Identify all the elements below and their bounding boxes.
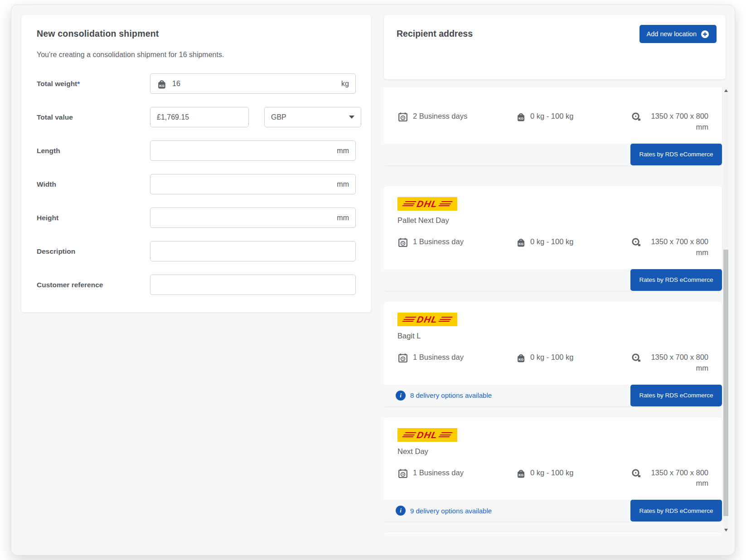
total-value-label: Total value	[37, 113, 150, 121]
dhl-stripes-left-icon	[402, 317, 417, 322]
svg-text:KG: KG	[159, 83, 165, 87]
weight-range: KG 0 kg - 100 kg	[516, 111, 626, 122]
weight-kg-icon: KG	[516, 352, 526, 363]
carrier-card-footer: Rates by RDS eCommerce	[384, 144, 722, 165]
delivery-options-link[interactable]: i 9 delivery options available	[396, 500, 492, 521]
width-label: Width	[37, 180, 150, 188]
calendar-clock-icon	[397, 352, 408, 363]
calendar-clock-icon	[397, 111, 408, 122]
svg-text:KG: KG	[518, 473, 523, 477]
height-label: Height	[37, 214, 150, 222]
add-new-location-button[interactable]: Add new location	[639, 25, 717, 43]
length-input[interactable]: mm	[150, 140, 356, 161]
rates-provider-button[interactable]: Rates by RDS eCommerce	[630, 500, 722, 521]
height-row: Height mm	[37, 208, 356, 228]
dhl-logo: DHL	[397, 313, 457, 326]
weight-range: KG 0 kg - 100 kg	[516, 468, 626, 478]
svg-text:KG: KG	[518, 242, 523, 246]
length-unit: mm	[337, 147, 349, 155]
scroll-up-arrow[interactable]	[723, 87, 728, 94]
dhl-logo: DHL	[397, 428, 457, 442]
dhl-stripes-right-icon	[438, 432, 453, 437]
page-title: New consolidation shipment	[37, 29, 356, 39]
carrier-specs: 2 Business days KG 0 kg - 100 kg 1350 x …	[397, 111, 708, 133]
form-subtitle: You're creating a consolidation shipment…	[37, 51, 356, 59]
total-value-input[interactable]: £1,769.15	[150, 107, 249, 127]
carrier-list: 2 Business days KG 0 kg - 100 kg 1350 x …	[384, 87, 728, 533]
list-scrollbar[interactable]	[723, 87, 728, 533]
max-dimensions: 1350 x 700 x 800 mm	[631, 237, 708, 258]
svg-text:KG: KG	[518, 116, 523, 121]
rates-provider-button[interactable]: Rates by RDS eCommerce	[630, 385, 722, 406]
required-asterisk: *	[77, 80, 80, 87]
delivery-time: 2 Business days	[397, 111, 516, 122]
height-unit: mm	[337, 214, 349, 222]
dhl-stripes-left-icon	[402, 432, 417, 437]
max-dimensions: 1350 x 700 x 800 mm	[631, 352, 708, 374]
measuring-tape-icon	[631, 468, 641, 478]
delivery-time: 1 Business day	[397, 237, 516, 248]
delivery-time: 1 Business day	[397, 468, 516, 479]
measuring-tape-icon	[631, 111, 641, 122]
weight-kg-icon: KG	[516, 111, 526, 122]
total-weight-input[interactable]: KG 16 kg	[150, 73, 356, 94]
length-row: Length mm	[37, 140, 356, 161]
carrier-card[interactable]: 2 Business days KG 0 kg - 100 kg 1350 x …	[384, 87, 722, 165]
description-label: Description	[37, 247, 150, 256]
chevron-down-icon	[349, 116, 354, 119]
rates-provider-button[interactable]: Rates by RDS eCommerce	[630, 144, 722, 165]
total-weight-label: Total weight*	[37, 80, 150, 88]
description-row: Description	[37, 241, 356, 261]
carrier-card-footer: Rates by RDS eCommerce	[384, 269, 722, 291]
svg-text:KG: KG	[518, 357, 523, 362]
carrier-service-name: Bagit L	[397, 332, 708, 340]
dhl-logo: DHL	[397, 197, 457, 211]
recipient-address-title: Recipient address	[397, 29, 473, 39]
weight-kg-icon: KG	[157, 78, 167, 89]
width-row: Width mm	[37, 174, 356, 194]
carrier-card[interactable]: DHL Pallet Next Day 1 Business day KG 0 …	[384, 186, 722, 291]
info-icon: i	[396, 506, 406, 516]
recipient-address-card: Recipient address Add new location	[384, 15, 726, 79]
width-unit: mm	[337, 180, 349, 188]
description-input[interactable]	[150, 241, 356, 261]
scroll-down-arrow[interactable]	[723, 527, 728, 533]
length-label: Length	[37, 147, 150, 155]
plus-circle-icon	[701, 30, 709, 39]
carrier-specs: 1 Business day KG 0 kg - 100 kg 1350 x 7…	[397, 352, 708, 374]
width-input[interactable]: mm	[150, 174, 356, 194]
customer-reference-label: Customer reference	[37, 281, 150, 289]
carrier-specs: 1 Business day KG 0 kg - 100 kg 1350 x 7…	[397, 237, 708, 258]
carrier-card[interactable]: DHL Bagit L 1 Business day KG 0 kg - 100…	[384, 302, 722, 406]
scrollbar-thumb[interactable]	[723, 250, 728, 516]
weight-range: KG 0 kg - 100 kg	[516, 237, 626, 247]
calendar-clock-icon	[397, 468, 408, 479]
carrier-card[interactable]	[384, 532, 722, 533]
carrier-card-footer: i 8 delivery options available Rates by …	[384, 385, 722, 406]
triangle-down-icon	[724, 529, 728, 531]
customer-reference-row: Customer reference	[37, 275, 356, 295]
carrier-card[interactable]: DHL Next Day 1 Business day KG 0 kg - 10…	[384, 417, 722, 522]
add-new-location-label: Add new location	[647, 30, 697, 38]
calendar-clock-icon	[397, 237, 408, 248]
form-rows: Total weight* KG 16 kg Total value £1,76…	[37, 73, 356, 295]
carrier-specs: 1 Business day KG 0 kg - 100 kg 1350 x 7…	[397, 468, 708, 489]
delivery-options-link[interactable]: i 8 delivery options available	[396, 385, 492, 406]
measuring-tape-icon	[631, 352, 641, 363]
dhl-stripes-left-icon	[402, 201, 417, 206]
rates-provider-button[interactable]: Rates by RDS eCommerce	[630, 269, 722, 291]
consolidation-form-card: New consolidation shipment You're creati…	[21, 15, 371, 312]
currency-select[interactable]: GBP	[264, 107, 361, 127]
dhl-stripes-right-icon	[438, 317, 453, 322]
total-weight-row: Total weight* KG 16 kg	[37, 73, 356, 94]
weight-kg-icon: KG	[516, 237, 526, 247]
total-weight-value: 16	[172, 80, 180, 88]
triangle-up-icon	[724, 89, 728, 92]
carrier-service-name: Pallet Next Day	[397, 216, 708, 225]
max-dimensions: 1350 x 700 x 800 mm	[631, 468, 708, 489]
currency-selected: GBP	[271, 113, 286, 121]
customer-reference-input[interactable]	[150, 275, 356, 295]
height-input[interactable]: mm	[150, 208, 356, 228]
measuring-tape-icon	[631, 237, 641, 247]
app-frame: New consolidation shipment You're creati…	[11, 5, 735, 555]
